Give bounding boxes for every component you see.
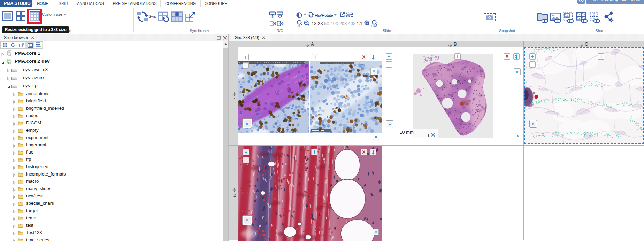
svg-text:max: max [371, 24, 377, 27]
svg-text:min: min [297, 24, 301, 27]
